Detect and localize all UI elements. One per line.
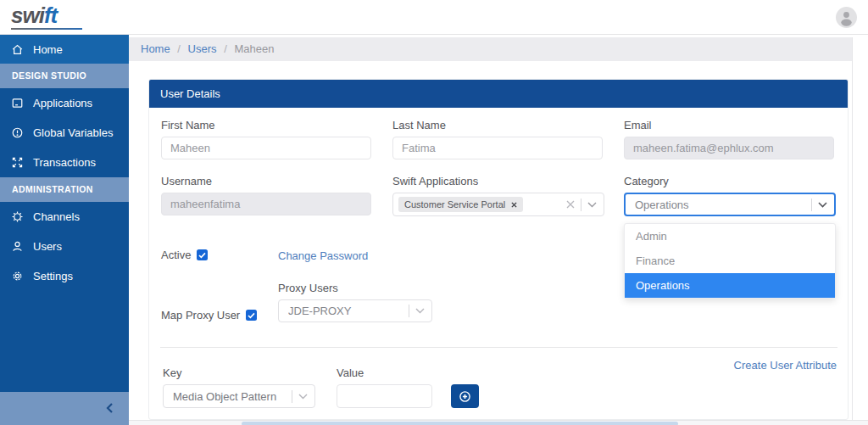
person-icon <box>836 7 857 28</box>
sidebar-item-channels[interactable]: Channels <box>0 202 129 232</box>
category-option-admin[interactable]: Admin <box>625 224 835 249</box>
swift-applications-label: Swift Applications <box>392 175 478 187</box>
chip-label: Customer Service Portal <box>404 199 505 210</box>
logo-underline <box>11 28 82 30</box>
chevron-down-icon[interactable] <box>587 202 597 208</box>
map-proxy-user-checkbox-row: Map Proxy User <box>161 309 257 322</box>
category-option-operations[interactable]: Operations <box>625 273 835 298</box>
active-checkbox-row: Active <box>161 249 208 261</box>
breadcrumb-home-link[interactable]: Home <box>141 42 170 55</box>
category-dropdown-menu: Admin Finance Operations <box>624 223 836 299</box>
logo-text-dark: swi <box>11 3 44 28</box>
sidebar-item-label: Transactions <box>33 156 96 169</box>
breadcrumb: Home / Users / Maheen <box>129 37 852 61</box>
sidebar-item-label: Home <box>33 43 63 56</box>
email-input <box>624 137 834 159</box>
breadcrumb-separator: / <box>177 42 181 55</box>
proxy-users-label: Proxy Users <box>278 282 338 294</box>
sidebar-item-label: Applications <box>33 97 92 109</box>
sidebar-item-label: Global Variables <box>33 126 113 139</box>
breadcrumb-current: Maheen <box>234 42 274 55</box>
sidebar-item-applications[interactable]: Applications <box>0 88 129 118</box>
sidebar-item-transactions[interactable]: Transactions <box>0 148 129 177</box>
category-select[interactable]: Operations <box>624 193 836 216</box>
last-name-label: Last Name <box>392 119 446 131</box>
chevron-down-icon[interactable] <box>415 308 425 314</box>
category-option-finance[interactable]: Finance <box>625 249 835 273</box>
scrollbar-gutter <box>852 37 853 420</box>
wheel-icon <box>11 210 25 224</box>
active-checkbox[interactable] <box>197 249 208 260</box>
chevron-left-icon <box>105 402 114 414</box>
sidebar-item-label: Settings <box>33 270 73 282</box>
top-bar: swift <box>0 0 868 35</box>
selected-application-chip: Customer Service Portal <box>398 197 523 212</box>
sidebar-item-settings[interactable]: Settings <box>0 261 129 291</box>
check-icon <box>248 312 255 319</box>
proxy-users-select[interactable]: JDE-PROXY <box>278 299 432 322</box>
sidebar: Home DESIGN STUDIO Applications Global V… <box>0 35 129 425</box>
sidebar-item-home[interactable]: Home <box>0 35 129 64</box>
proxy-users-selected-value: JDE-PROXY <box>288 305 403 317</box>
category-selected-value: Operations <box>635 199 805 211</box>
active-label: Active <box>161 249 191 261</box>
home-icon <box>11 42 25 56</box>
sidebar-section-design-studio: DESIGN STUDIO <box>0 64 129 88</box>
user-icon <box>11 240 25 254</box>
select-divider <box>409 305 409 317</box>
user-details-panel: User Details First Name Last Name Email … <box>148 79 849 420</box>
section-divider <box>160 347 837 348</box>
plus-circle-icon <box>459 390 471 403</box>
map-proxy-user-label: Map Proxy User <box>161 309 240 322</box>
select-divider <box>292 390 292 403</box>
breadcrumb-separator: / <box>224 42 227 55</box>
key-select[interactable]: Media Object Pattern <box>163 384 315 408</box>
key-label: Key <box>163 366 181 379</box>
info-circle-icon <box>11 126 25 140</box>
select-divider <box>811 199 812 211</box>
sidebar-item-users[interactable]: Users <box>0 232 129 261</box>
panel-title: User Details <box>149 80 848 108</box>
app-logo[interactable]: swift <box>11 3 82 30</box>
username-input <box>161 193 371 215</box>
username-label: Username <box>161 175 212 187</box>
chevron-down-icon[interactable] <box>818 202 827 208</box>
swift-applications-multiselect[interactable]: Customer Service Portal <box>392 193 604 216</box>
email-label: Email <box>624 119 652 131</box>
sidebar-item-global-variables[interactable]: Global Variables <box>0 118 129 148</box>
horizontal-scrollbar-thumb[interactable] <box>242 422 678 425</box>
first-name-input[interactable] <box>161 137 371 159</box>
add-attribute-button[interactable] <box>451 384 479 408</box>
breadcrumb-users-link[interactable]: Users <box>188 42 217 55</box>
value-label: Value <box>337 366 364 379</box>
sidebar-item-label: Channels <box>33 210 80 223</box>
gear-icon <box>11 270 25 283</box>
value-input[interactable] <box>337 384 432 408</box>
check-icon <box>198 252 206 259</box>
sidebar-item-label: Users <box>33 240 62 253</box>
clear-all-icon[interactable] <box>566 200 575 209</box>
user-avatar[interactable] <box>836 7 857 28</box>
last-name-input[interactable] <box>392 137 603 159</box>
map-proxy-user-checkbox[interactable] <box>246 310 257 321</box>
remove-tag-icon[interactable] <box>511 202 517 208</box>
category-label: Category <box>624 175 669 187</box>
change-password-link[interactable]: Change Password <box>278 249 368 262</box>
chevron-down-icon[interactable] <box>298 394 308 400</box>
sidebar-section-administration: ADMINISTRATION <box>0 177 129 202</box>
select-divider <box>581 199 581 211</box>
sidebar-collapse-button[interactable] <box>0 392 129 425</box>
expand-arrows-icon <box>11 156 25 170</box>
horizontal-scrollbar[interactable] <box>129 420 868 425</box>
key-selected-value: Media Object Pattern <box>173 390 286 403</box>
logo-text-blue: ft <box>44 3 57 28</box>
first-name-label: First Name <box>161 119 215 131</box>
create-user-attribute-link[interactable]: Create User Attribute <box>734 359 837 372</box>
applications-icon <box>11 97 25 110</box>
